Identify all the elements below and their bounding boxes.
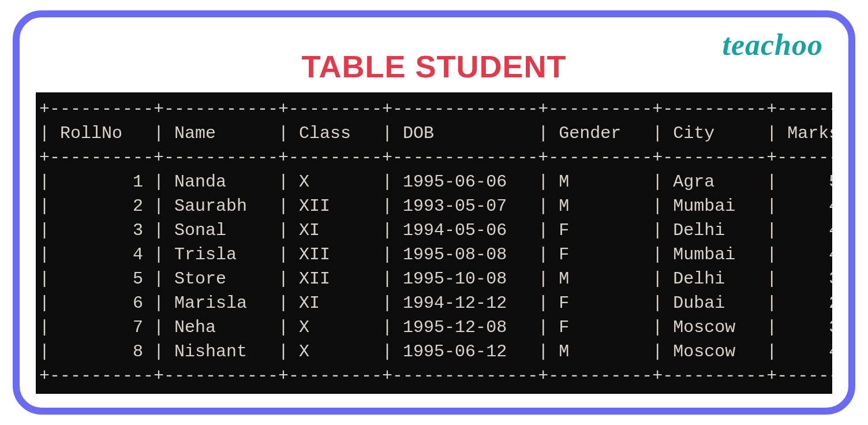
- brand-logo: teachoo: [722, 28, 823, 62]
- page-title: TABLE STUDENT: [36, 49, 832, 84]
- document-frame: teachoo TABLE STUDENT +----------+------…: [13, 10, 855, 415]
- sql-output-table: +----------+-----------+---------+------…: [36, 92, 832, 394]
